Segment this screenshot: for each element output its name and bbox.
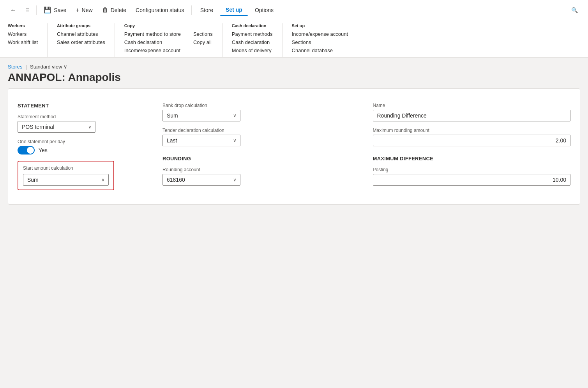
ribbon-item-income-expense-account[interactable]: Income/expense account (292, 30, 348, 38)
ribbon-item-channel-database[interactable]: Channel database (292, 47, 348, 54)
name-label: Name (373, 103, 571, 108)
save-button[interactable]: 💾 Save (40, 4, 70, 16)
ribbon-cash-decl-items: Payment methods Cash declaration Modes o… (232, 30, 273, 54)
statement-method-select[interactable]: POS terminal Staff Independent (18, 121, 95, 133)
menu-button[interactable]: ≡ (22, 4, 33, 16)
rounding-account-label: Rounding account (162, 167, 360, 172)
new-button[interactable]: + New (72, 4, 96, 16)
middle-section: Bank drop calculation Sum Last Average ∨… (162, 103, 360, 197)
ribbon-item-channel-attrs[interactable]: Channel attributes (57, 30, 105, 38)
rounding-account-group: Rounding account 618160 ∨ (162, 167, 360, 186)
tender-decl-wrapper: Sum Last Average ∨ (162, 135, 240, 146)
tab-store[interactable]: Store (195, 5, 219, 16)
ribbon-group-setup-label: Set up (292, 23, 348, 28)
toggle-yes-label: Yes (39, 147, 48, 153)
ribbon-item-copy-all[interactable]: Copy all (193, 39, 213, 46)
page-title: ANNAPOL: Annapolis (8, 71, 580, 84)
start-amount-highlighted-box: Start amount calculation Sum Last Averag… (18, 161, 114, 190)
ribbon-item-income-expense-copy[interactable]: Income/expense account (124, 47, 181, 54)
one-per-day-toggle[interactable] (18, 146, 35, 154)
ribbon-group-cash-decl-label: Cash declaration (232, 23, 273, 28)
ribbon-workers-items: Workers Work shift list (8, 30, 38, 46)
posting-input[interactable] (373, 174, 571, 186)
start-amount-group: Start amount calculation Sum Last Averag… (18, 161, 150, 190)
one-per-day-label: One statement per day (18, 139, 150, 144)
ribbon-item-cash-declaration[interactable]: Cash declaration (232, 39, 273, 46)
one-per-day-group: One statement per day Yes (18, 139, 150, 154)
ribbon-item-cash-declaration-copy[interactable]: Cash declaration (124, 39, 181, 46)
breadcrumb-stores-link[interactable]: Stores (8, 64, 23, 70)
toggle-knob (27, 147, 34, 154)
search-button[interactable]: 🔍 (567, 5, 582, 16)
start-amount-label: Start amount calculation (23, 165, 109, 171)
ribbon-setup-cols: Income/expense account Sections Channel … (292, 30, 348, 54)
rounding-section: ROUNDING Rounding account 618160 ∨ (162, 156, 360, 186)
rounding-account-wrapper: 618160 ∨ (162, 174, 240, 186)
back-button[interactable]: ← (6, 4, 20, 16)
statement-section: STATEMENT Statement method POS terminal … (18, 103, 150, 197)
statement-method-label: Statement method (18, 114, 150, 119)
ribbon-group-copy: Copy Payment method to store Cash declar… (124, 23, 222, 57)
bank-drop-wrapper: Sum Last Average ∨ (162, 110, 240, 121)
toggle-container: Yes (18, 146, 150, 154)
delete-icon: 🗑 (102, 7, 108, 14)
ribbon-item-workers[interactable]: Workers (8, 30, 38, 38)
right-section: Name Maximum rounding amount MAXIMUM DIF… (373, 103, 571, 197)
start-amount-select[interactable]: Sum Last Average (23, 174, 109, 186)
tender-decl-label: Tender declaration calculation (162, 128, 360, 133)
ribbon-item-work-shift-list[interactable]: Work shift list (8, 39, 38, 46)
tender-decl-group: Tender declaration calculation Sum Last … (162, 128, 360, 146)
menu-icon: ≡ (26, 7, 29, 14)
bank-drop-group: Bank drop calculation Sum Last Average ∨ (162, 103, 360, 121)
tender-decl-select[interactable]: Sum Last Average (162, 135, 240, 146)
ribbon-item-sales-order-attrs[interactable]: Sales order attributes (57, 39, 105, 46)
config-status-button[interactable]: Configuration status (132, 5, 188, 16)
delete-button[interactable]: 🗑 Delete (98, 4, 130, 16)
config-status-label: Configuration status (136, 7, 184, 13)
plus-icon: + (76, 7, 79, 14)
ribbon-item-sections-copy[interactable]: Sections (193, 30, 213, 38)
max-rounding-input[interactable] (373, 135, 571, 146)
back-icon: ← (10, 7, 16, 14)
ribbon-item-payment-methods[interactable]: Payment methods (232, 30, 273, 38)
name-input[interactable] (373, 110, 571, 121)
search-icon: 🔍 (571, 7, 578, 13)
ribbon-group-setup: Set up Income/expense account Sections C… (292, 23, 358, 57)
statement-method-wrapper: POS terminal Staff Independent ∨ (18, 121, 95, 133)
posting-label: Posting (373, 167, 571, 172)
save-label: Save (54, 7, 66, 13)
ribbon: Workers Workers Work shift list Attribut… (0, 20, 588, 58)
statement-section-title: STATEMENT (18, 103, 150, 109)
page-wrapper: Stores | Standard view ∨ ANNAPOL: Annapo… (0, 58, 588, 211)
breadcrumb-separator: | (26, 64, 27, 70)
tab-options[interactable]: Options (249, 5, 279, 16)
posting-group: Posting (373, 167, 571, 186)
new-label: New (82, 7, 93, 13)
toolbar: ← ≡ 💾 Save + New 🗑 Delete Configuration … (0, 0, 588, 20)
bank-drop-select[interactable]: Sum Last Average (162, 110, 240, 121)
start-amount-wrapper: Sum Last Average ∨ (23, 174, 109, 186)
max-rounding-label: Maximum rounding amount (373, 128, 571, 133)
content-card: STATEMENT Statement method POS terminal … (8, 88, 580, 205)
sections-grid: STATEMENT Statement method POS terminal … (18, 97, 570, 197)
ribbon-group-copy-label: Copy (124, 23, 213, 28)
separator-2 (191, 5, 192, 15)
delete-label: Delete (111, 7, 126, 13)
name-group: Name (373, 103, 571, 121)
ribbon-copy-col1: Payment method to store Cash declaration… (124, 30, 181, 54)
max-diff-section-title: MAXIMUM DIFFERENCE (373, 156, 571, 162)
rounding-section-title: ROUNDING (162, 156, 360, 162)
max-diff-section: MAXIMUM DIFFERENCE Posting (373, 156, 571, 186)
tab-setup[interactable]: Set up (220, 4, 248, 16)
ribbon-item-payment-method-to-store[interactable]: Payment method to store (124, 30, 181, 38)
ribbon-group-attribute-label: Attribute groups (57, 23, 105, 28)
ribbon-item-sections-setup[interactable]: Sections (292, 39, 348, 46)
max-rounding-group: Maximum rounding amount (373, 128, 571, 146)
separator-1 (36, 5, 37, 15)
ribbon-copy-cols: Payment method to store Cash declaration… (124, 30, 213, 54)
rounding-account-select[interactable]: 618160 (162, 174, 240, 186)
save-icon: 💾 (44, 6, 51, 14)
ribbon-item-modes-of-delivery[interactable]: Modes of delivery (232, 47, 273, 54)
ribbon-attribute-items: Channel attributes Sales order attribute… (57, 30, 105, 46)
standard-view-dropdown[interactable]: Standard view ∨ (30, 64, 67, 70)
